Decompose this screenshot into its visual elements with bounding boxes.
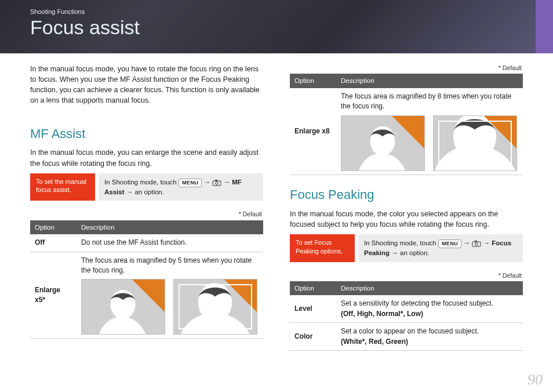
mf-default-note-cont: * Default: [290, 64, 523, 72]
arrow-icon: →: [391, 249, 398, 256]
mf-assist-heading: MF Assist: [30, 125, 263, 143]
table-row: Level Set a sensitivity for detecting th…: [290, 295, 523, 322]
mf-x8: Enlarge x8: [290, 88, 336, 175]
zoom-frame-icon: [179, 284, 252, 329]
mf-x8-cell: The focus area is magnified by 8 times w…: [336, 88, 523, 175]
mf-assist-text: In the manual focus mode, you can enlarg…: [30, 147, 263, 168]
table-row: Color Set a color to appear on the focus…: [290, 323, 523, 351]
fp-red-label: To set Focus Peaking options,: [290, 234, 355, 262]
svg-point-13: [475, 242, 478, 245]
intro-paragraph: In the manual focus mode, you have to ro…: [30, 64, 263, 106]
mf-x5-desc: The focus area is magnified by 5 times w…: [81, 256, 252, 274]
mf-instruction: To set the manual focus assist, In Shoot…: [30, 173, 263, 201]
menu-button-icon: MENU: [179, 179, 202, 187]
mf-th-option: Option: [290, 74, 336, 88]
mf-x8-desc: The focus area is magnified by 8 times w…: [341, 92, 511, 110]
mf-red-label: To set the manual focus assist,: [30, 173, 95, 201]
mf-x5-thumb-normal: [81, 279, 165, 335]
focus-peaking-heading: Focus Peaking: [290, 186, 523, 204]
table-row: Off Do not use the MF Assist function.: [30, 234, 263, 252]
table-row: Enlarge x8 The focus area is magnified b…: [290, 88, 523, 175]
right-column: * Default Option Description Enlarge x8 …: [290, 64, 523, 380]
menu-button-icon: MENU: [438, 239, 462, 248]
fp-color-opts: (White*, Red, Green): [341, 337, 408, 346]
camera-icon: [212, 179, 221, 186]
left-column: In the manual focus mode, you have to ro…: [30, 64, 263, 380]
mf-th-option: Option: [30, 220, 77, 235]
svg-rect-1: [215, 180, 217, 181]
mf-table: Option Description Off Do not use the MF…: [30, 220, 263, 339]
fp-table: Option Description Level Set a sensitivi…: [290, 281, 523, 351]
mf-instr-prefix: In Shooting mode, touch: [104, 179, 179, 186]
page-number: 90: [527, 371, 543, 389]
fp-instr-prefix: In Shooting mode, touch: [364, 239, 438, 246]
fp-default-note: * Default: [290, 271, 523, 280]
mf-th-desc: Description: [336, 74, 523, 88]
svg-rect-12: [475, 241, 477, 242]
fp-th-desc: Description: [336, 281, 523, 296]
fp-level: Level: [290, 295, 336, 322]
mf-x8-thumb-normal: [341, 115, 425, 171]
arrow-icon: →: [126, 188, 133, 195]
mf-off: Off: [30, 234, 77, 252]
arrow-icon: →: [483, 239, 490, 246]
fp-level-opts: (Off, High, Normal*, Low): [341, 310, 423, 318]
mf-x5-thumb-zoom: [173, 279, 257, 335]
mf-instr-suffix: an option.: [134, 188, 164, 195]
mf-x8-thumb-zoom: [433, 115, 517, 171]
table-row: Enlarge x5* The focus area is magnified …: [30, 252, 263, 339]
zoom-frame-icon: [438, 121, 512, 166]
fp-level-cell: Set a sensitivity for detecting the focu…: [336, 295, 523, 322]
fp-grey-instruction: In Shooting mode, touch MENU → → Focus P…: [358, 234, 523, 262]
mf-x5-cell: The focus area is magnified by 5 times w…: [77, 252, 263, 339]
camera-icon: [472, 240, 481, 247]
fp-level-desc: Set a sensitivity for detecting the focu…: [341, 299, 493, 307]
fp-color-desc: Set a color to appear on the focused sub…: [341, 327, 479, 335]
content-area: In the manual focus mode, you have to ro…: [30, 64, 523, 380]
mf-th-desc: Description: [77, 220, 263, 235]
arrow-icon: →: [223, 179, 230, 186]
svg-point-2: [216, 182, 219, 184]
fp-instruction: To set Focus Peaking options, In Shootin…: [290, 234, 523, 262]
arrow-icon: →: [464, 239, 471, 246]
mf-off-desc: Do not use the MF Assist function.: [77, 234, 263, 252]
focus-peaking-text: In the manual focus mode, the color you …: [290, 209, 523, 230]
mf-default-note: * Default: [30, 210, 263, 219]
fp-color: Color: [290, 323, 336, 351]
fp-color-cell: Set a color to appear on the focused sub…: [336, 323, 523, 351]
fp-th-option: Option: [290, 281, 336, 296]
mf-x5: Enlarge x5*: [30, 252, 77, 339]
breadcrumb: Shooting Functions: [30, 8, 85, 15]
mf-table-cont: Option Description Enlarge x8 The focus …: [290, 74, 523, 175]
mf-grey-instruction: In Shooting mode, touch MENU → → MF Assi…: [99, 173, 263, 201]
arrow-icon: →: [204, 179, 211, 186]
fp-instr-suffix: an option.: [400, 249, 430, 256]
page-title: Focus assist: [30, 16, 140, 39]
